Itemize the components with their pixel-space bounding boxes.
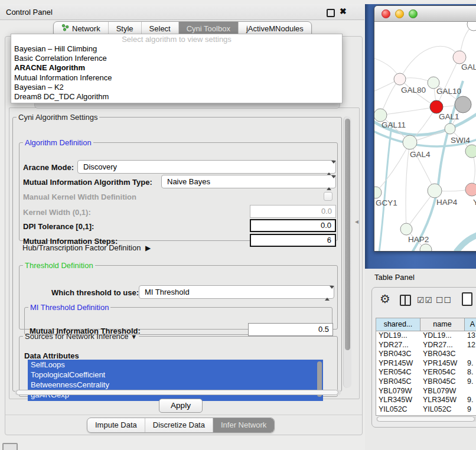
network-node[interactable] xyxy=(445,123,455,134)
network-node[interactable] xyxy=(403,135,417,149)
cell xyxy=(465,387,476,396)
cell: YBR043C xyxy=(376,350,420,359)
cell: YDR27... xyxy=(376,341,420,350)
settings-vertical-scrollbar-thumb[interactable] xyxy=(345,119,350,350)
network-node-label: HAP2 xyxy=(408,235,429,244)
mi-algorithm-type-label: Mutual Information Algorithm Type: xyxy=(23,178,152,187)
minimize-traffic-light-icon[interactable] xyxy=(395,9,404,18)
network-node[interactable] xyxy=(455,96,471,113)
network-node[interactable] xyxy=(420,244,432,251)
network-node-label: HAP4 xyxy=(436,198,458,207)
table-row[interactable]: YBR045CYBR045C9. xyxy=(376,377,476,387)
stepper-icon xyxy=(327,177,333,189)
table-row[interactable]: YIL052CYIL052C9 xyxy=(376,405,476,415)
network-node[interactable] xyxy=(465,183,476,196)
table-row[interactable]: YDL19...YDL19...13 xyxy=(376,331,476,341)
tab-infer-network[interactable]: Infer Network xyxy=(213,418,274,432)
algorithm-option[interactable]: Basic Correlation Inference xyxy=(11,54,342,63)
sources-title[interactable]: Sources for Network Inference ▼ xyxy=(23,332,139,341)
export-table-icon[interactable] xyxy=(462,292,472,306)
table-row[interactable]: YDR27...YDR27...12 xyxy=(376,341,476,350)
expander-down-arrow-icon: ▼ xyxy=(131,333,137,340)
settings-horizontal-scrollbar[interactable] xyxy=(15,390,341,395)
network-graph: GAL GAL80 GAL10 GAL1 GAL11 SWI4 GAL4 GCY… xyxy=(374,22,476,251)
column-header-name[interactable]: name xyxy=(420,318,465,331)
float-window-icon[interactable] xyxy=(327,9,335,17)
list-item[interactable]: SelfLoops xyxy=(28,360,323,370)
dpi-tolerance-field[interactable]: 0.0 xyxy=(250,219,336,232)
zoom-traffic-light-icon[interactable] xyxy=(409,9,418,18)
algorithm-option[interactable]: Dream8 DC_TDC Algorithm xyxy=(11,92,342,102)
network-node-label: GAL10 xyxy=(436,87,461,96)
table-row[interactable]: YBL079WYBL079W xyxy=(376,387,476,396)
cell: YBR043C xyxy=(420,350,465,359)
table-row[interactable]: YBR043CYBR043C xyxy=(376,350,476,359)
network-node-label: GAL4 xyxy=(410,150,431,159)
select-all-checkboxes-icon[interactable]: ☑☑ xyxy=(417,295,433,305)
close-traffic-light-icon[interactable] xyxy=(382,9,390,18)
network-node[interactable] xyxy=(465,145,476,158)
network-node[interactable] xyxy=(374,109,387,122)
apply-button[interactable]: Apply xyxy=(159,399,203,413)
which-threshold-select[interactable]: MI Threshold xyxy=(139,285,334,299)
network-node-selected[interactable] xyxy=(430,100,443,113)
cell: YER054C xyxy=(420,368,465,377)
mi-algorithm-type-select[interactable]: Naive Bayes xyxy=(161,175,336,188)
network-window-titlebar[interactable] xyxy=(374,6,476,22)
list-item[interactable]: BetweennessCentrality xyxy=(28,380,323,390)
gear-icon[interactable]: ⚙ xyxy=(380,292,390,306)
network-node[interactable] xyxy=(467,22,476,31)
manual-kernel-width-checkbox[interactable] xyxy=(324,192,332,201)
panel-divider-grip[interactable]: ◂ xyxy=(355,217,358,226)
control-panel-title: Control Panel xyxy=(6,8,53,17)
settings-vertical-scrollbar[interactable] xyxy=(343,116,351,388)
node-table: shared... name A YDL19...YDL19...13 YDR2… xyxy=(376,318,476,416)
table-horizontal-scrollbar[interactable] xyxy=(376,416,476,422)
column-header-shared-name[interactable]: shared... xyxy=(376,318,420,331)
cell: YLR345W xyxy=(420,396,465,405)
column-header-cut[interactable]: A xyxy=(465,318,476,331)
cell: 8. xyxy=(465,368,476,377)
list-item[interactable]: TopologicalCoefficient xyxy=(28,370,323,380)
cell: 13 xyxy=(465,331,476,341)
aracne-mode-value: Discovery xyxy=(83,162,117,171)
table-row[interactable]: YER054CYER054C8. xyxy=(376,368,476,377)
algorithm-option[interactable]: Mutual Information Inference xyxy=(11,73,342,83)
threshold-definition-group: Threshold Definition Which threshold to … xyxy=(19,261,338,330)
tab-discretize-data[interactable]: Discretize Data xyxy=(145,418,213,432)
which-threshold-value: MI Threshold xyxy=(145,288,190,296)
collapsed-panel-grip[interactable] xyxy=(2,443,18,450)
cell: 9 xyxy=(465,405,476,415)
algorithm-option[interactable]: Bayesian – K2 xyxy=(11,83,342,92)
algorithm-option[interactable]: Bayesian – Hill Climbing xyxy=(11,44,342,54)
table-panel: ⚙ ☑☑ ☐☐ shared... name A YDL19...YDL19..… xyxy=(371,287,476,428)
network-node[interactable] xyxy=(400,223,412,235)
cell: YBR045C xyxy=(376,377,420,387)
settings-horizontal-scrollbar-thumb[interactable] xyxy=(16,390,338,395)
algorithm-definition-title: Algorithm Definition xyxy=(23,138,93,147)
table-row[interactable]: YLR345WYLR345W9. xyxy=(376,396,476,405)
network-node[interactable] xyxy=(428,184,442,198)
hub-definition-expander[interactable]: Hub/Transcription Factor Definition ▶ xyxy=(22,243,148,252)
algorithm-dropdown-popup: Select algorithm to view settings Bayesi… xyxy=(11,34,343,103)
network-node[interactable] xyxy=(453,51,466,64)
tab-impute-data[interactable]: Impute Data xyxy=(87,418,145,432)
network-node[interactable] xyxy=(374,187,382,198)
table-row[interactable]: YPR145WYPR145W9. xyxy=(376,359,476,369)
network-canvas[interactable]: GAL GAL80 GAL10 GAL1 GAL11 SWI4 GAL4 GCY… xyxy=(374,22,476,251)
table-horizontal-scrollbar-thumb[interactable] xyxy=(377,416,475,422)
deselect-all-checkboxes-icon[interactable]: ☐☐ xyxy=(436,295,452,305)
aracne-mode-select[interactable]: Discovery xyxy=(77,160,336,174)
columns-icon[interactable] xyxy=(400,295,411,306)
cell: YDL19... xyxy=(420,331,465,341)
network-node-label: GCY1 xyxy=(376,198,397,207)
mi-steps-field[interactable]: 6 xyxy=(250,234,336,247)
cell: YIL052C xyxy=(420,405,465,415)
table-header-row: shared... name A xyxy=(376,318,476,331)
cyni-algorithm-settings-group: Cyni Algorithm Settings Algorithm Defini… xyxy=(12,113,342,392)
kernel-width-field[interactable]: 0.0 xyxy=(250,205,336,218)
algorithm-option-highlighted[interactable]: ARACNE Algorithm xyxy=(11,63,342,73)
tab-impute-data-label: Impute Data xyxy=(95,418,137,432)
network-node[interactable] xyxy=(394,73,406,85)
close-icon[interactable]: ✖ xyxy=(340,6,347,16)
